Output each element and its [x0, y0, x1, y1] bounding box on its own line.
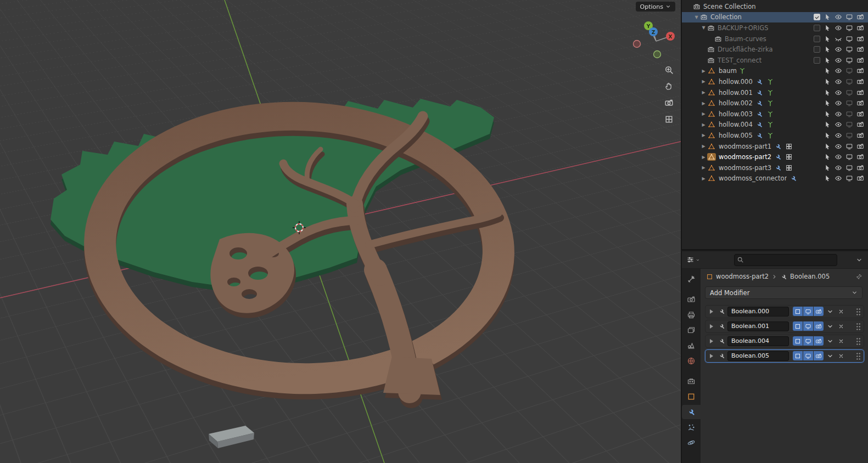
viewport-options-button[interactable]: Options — [636, 2, 675, 12]
outliner-item-label[interactable]: Baum-curves — [725, 35, 766, 43]
disable-in-render-icon[interactable] — [855, 163, 865, 172]
disable-in-viewport-icon[interactable] — [844, 163, 854, 172]
edit-mode-toggle[interactable] — [793, 336, 803, 346]
expand-caret[interactable] — [710, 324, 715, 329]
modifier-name-field[interactable]: Boolean.000 — [727, 307, 789, 317]
tab-scene[interactable] — [683, 338, 699, 353]
outliner-row[interactable]: Druckfläche-zirka — [682, 44, 868, 55]
disable-in-viewport-icon[interactable] — [844, 13, 854, 21]
edit-mode-toggle[interactable] — [793, 351, 803, 360]
hide-in-viewport-eye-icon[interactable] — [833, 142, 843, 151]
outliner-row[interactable]: ▶ hollow.003 — [682, 109, 868, 120]
disable-in-viewport-icon[interactable] — [844, 131, 854, 140]
outliner-row[interactable]: ▶ hollow.004 — [682, 120, 868, 131]
tab-world[interactable] — [683, 354, 699, 368]
realtime-display-toggle[interactable] — [803, 351, 813, 360]
modifier-delete-button[interactable] — [837, 308, 845, 315]
exclude-checkbox[interactable] — [813, 35, 821, 43]
disable-in-render-icon[interactable] — [855, 131, 865, 140]
render-toggle[interactable] — [814, 351, 824, 360]
expand-caret[interactable]: ▶ — [700, 69, 707, 74]
add-modifier-button[interactable]: Add Modifier — [705, 286, 863, 299]
modifier-panel[interactable]: Boolean.004 — [705, 335, 864, 348]
pan-tool-button[interactable] — [662, 79, 676, 93]
expand-caret[interactable]: ▼ — [693, 15, 700, 20]
outliner-item-label[interactable]: Scene Collection — [703, 3, 756, 10]
drag-handle[interactable] — [856, 352, 861, 360]
tab-particles[interactable] — [683, 420, 699, 434]
modifier-name-field[interactable]: Boolean.005 — [727, 351, 789, 361]
3d-scene[interactable] — [0, 0, 681, 463]
expand-caret[interactable]: ▶ — [700, 79, 707, 84]
modifier-delete-button[interactable] — [837, 338, 845, 345]
realtime-display-toggle[interactable] — [803, 307, 813, 316]
expand-caret[interactable]: ▶ — [700, 111, 707, 116]
render-toggle[interactable] — [814, 336, 824, 346]
hide-in-viewport-eye-icon[interactable] — [833, 56, 843, 65]
drag-handle[interactable] — [856, 322, 861, 330]
breadcrumb-modifier[interactable]: Boolean.005 — [790, 273, 830, 280]
3d-viewport[interactable]: Options Y Z X — [0, 0, 681, 463]
outliner-row[interactable]: ▶ hollow.000 — [682, 76, 868, 87]
selectable-toggle-icon[interactable] — [822, 120, 832, 129]
outliner-row[interactable]: Baum-curves — [682, 33, 868, 44]
disable-in-viewport-icon[interactable] — [844, 77, 854, 86]
selectable-toggle-icon[interactable] — [822, 24, 832, 32]
exclude-checkbox[interactable] — [813, 24, 821, 32]
edit-mode-toggle[interactable] — [793, 321, 803, 331]
disable-in-viewport-icon[interactable] — [844, 174, 854, 183]
outliner-row[interactable]: ▶ baum — [682, 66, 868, 77]
outliner-item-label[interactable]: woodmoss-part1 — [719, 143, 771, 150]
modifier-extras-button[interactable] — [826, 308, 835, 315]
disable-in-render-icon[interactable] — [855, 142, 865, 151]
gizmo-neg-y-ball[interactable] — [654, 51, 661, 58]
expand-caret[interactable]: ▶ — [700, 101, 707, 106]
tab-render[interactable] — [683, 292, 699, 307]
hide-in-viewport-eye-icon[interactable] — [833, 153, 843, 161]
selectable-toggle-icon[interactable] — [822, 174, 832, 183]
selectable-toggle-icon[interactable] — [822, 88, 832, 97]
header-options-button[interactable] — [855, 257, 864, 263]
selectable-toggle-icon[interactable] — [822, 13, 832, 21]
disable-in-render-icon[interactable] — [855, 56, 865, 65]
disable-in-render-icon[interactable] — [855, 88, 865, 97]
expand-caret[interactable]: ▶ — [700, 144, 707, 149]
outliner-row[interactable]: ▶ woodmoss-part3 — [682, 162, 868, 173]
disable-in-viewport-icon[interactable] — [844, 35, 854, 43]
outliner-item-label[interactable]: Druckfläche-zirka — [718, 46, 772, 53]
disable-in-render-icon[interactable] — [855, 99, 865, 108]
modifier-extras-button[interactable] — [826, 338, 835, 345]
disable-in-viewport-icon[interactable] — [844, 45, 854, 54]
hide-in-viewport-eye-icon[interactable] — [833, 66, 843, 75]
selectable-toggle-icon[interactable] — [822, 163, 832, 172]
hide-in-viewport-eye-icon[interactable] — [833, 174, 843, 183]
disable-in-viewport-icon[interactable] — [844, 88, 854, 97]
expand-caret[interactable]: ▶ — [700, 176, 707, 181]
disable-in-render-icon[interactable] — [855, 77, 865, 86]
outliner-item-label[interactable]: hollow.002 — [719, 99, 753, 107]
gizmo-x-ball[interactable]: X — [666, 32, 675, 41]
disable-in-render-icon[interactable] — [855, 35, 865, 43]
tab-modifiers[interactable] — [682, 405, 701, 419]
disable-in-viewport-icon[interactable] — [844, 153, 854, 161]
tab-output[interactable] — [683, 308, 699, 322]
outliner-row[interactable]: ▶ hollow.005 — [682, 130, 868, 141]
expand-caret[interactable] — [710, 309, 715, 314]
modifier-delete-button[interactable] — [837, 353, 845, 359]
selectable-toggle-icon[interactable] — [822, 35, 832, 43]
disable-in-render-icon[interactable] — [855, 120, 865, 129]
selectable-toggle-icon[interactable] — [822, 56, 832, 65]
disable-in-render-icon[interactable] — [855, 174, 865, 183]
outliner-row[interactable]: ▶ woodmoss-part1 — [682, 141, 868, 152]
outliner-item-label[interactable]: woodmoss-part3 — [719, 164, 771, 172]
expand-caret[interactable] — [710, 339, 715, 343]
disable-in-viewport-icon[interactable] — [844, 142, 854, 151]
hide-in-viewport-eye-icon[interactable] — [833, 24, 843, 32]
gizmo-z-ball[interactable]: Z — [649, 27, 658, 36]
disable-in-render-icon[interactable] — [855, 66, 865, 75]
outliner-row[interactable]: Scene Collection — [682, 1, 868, 12]
disable-in-render-icon[interactable] — [855, 13, 865, 21]
outliner-item-label[interactable]: BACKUP+ORIGS — [718, 24, 768, 32]
outliner-item-label[interactable]: baum — [719, 67, 737, 75]
outliner-row[interactable]: ▼ BACKUP+ORIGS — [682, 22, 868, 33]
